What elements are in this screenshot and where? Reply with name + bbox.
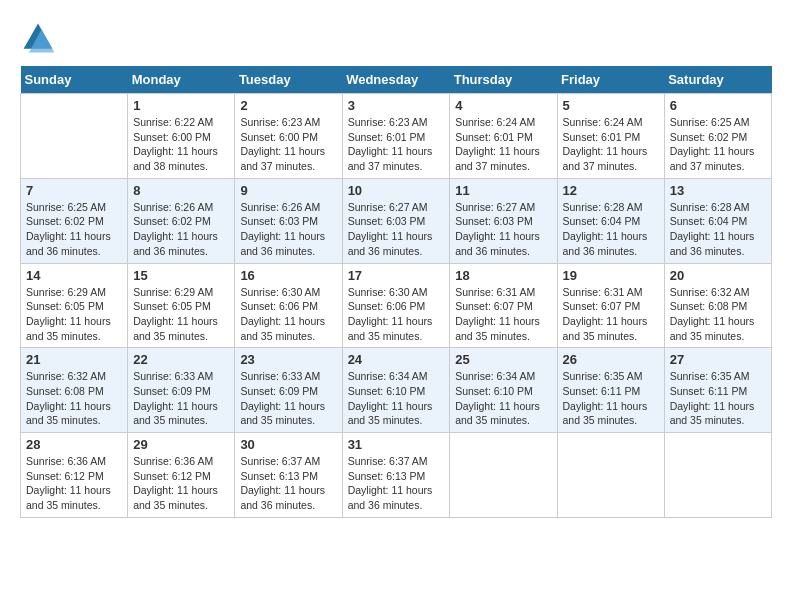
day-number: 13 [670, 183, 766, 198]
day-number: 24 [348, 352, 445, 367]
day-cell: 7Sunrise: 6:25 AMSunset: 6:02 PMDaylight… [21, 178, 128, 263]
weekday-header-row: SundayMondayTuesdayWednesdayThursdayFrid… [21, 66, 772, 94]
day-number: 20 [670, 268, 766, 283]
weekday-header-saturday: Saturday [664, 66, 771, 94]
day-number: 18 [455, 268, 551, 283]
weekday-header-wednesday: Wednesday [342, 66, 450, 94]
day-number: 16 [240, 268, 336, 283]
day-number: 8 [133, 183, 229, 198]
day-number: 17 [348, 268, 445, 283]
day-info: Sunrise: 6:29 AMSunset: 6:05 PMDaylight:… [26, 285, 122, 344]
day-number: 7 [26, 183, 122, 198]
day-cell: 9Sunrise: 6:26 AMSunset: 6:03 PMDaylight… [235, 178, 342, 263]
logo-icon [20, 20, 56, 56]
day-cell: 25Sunrise: 6:34 AMSunset: 6:10 PMDayligh… [450, 348, 557, 433]
week-row-5: 28Sunrise: 6:36 AMSunset: 6:12 PMDayligh… [21, 433, 772, 518]
day-info: Sunrise: 6:33 AMSunset: 6:09 PMDaylight:… [133, 369, 229, 428]
day-number: 30 [240, 437, 336, 452]
weekday-header-sunday: Sunday [21, 66, 128, 94]
day-cell: 1Sunrise: 6:22 AMSunset: 6:00 PMDaylight… [128, 94, 235, 179]
day-info: Sunrise: 6:30 AMSunset: 6:06 PMDaylight:… [240, 285, 336, 344]
day-cell: 18Sunrise: 6:31 AMSunset: 6:07 PMDayligh… [450, 263, 557, 348]
day-cell [21, 94, 128, 179]
weekday-header-thursday: Thursday [450, 66, 557, 94]
day-cell: 27Sunrise: 6:35 AMSunset: 6:11 PMDayligh… [664, 348, 771, 433]
day-cell: 22Sunrise: 6:33 AMSunset: 6:09 PMDayligh… [128, 348, 235, 433]
day-cell: 13Sunrise: 6:28 AMSunset: 6:04 PMDayligh… [664, 178, 771, 263]
day-cell [664, 433, 771, 518]
day-number: 23 [240, 352, 336, 367]
day-cell: 10Sunrise: 6:27 AMSunset: 6:03 PMDayligh… [342, 178, 450, 263]
day-info: Sunrise: 6:37 AMSunset: 6:13 PMDaylight:… [348, 454, 445, 513]
day-info: Sunrise: 6:26 AMSunset: 6:02 PMDaylight:… [133, 200, 229, 259]
day-number: 27 [670, 352, 766, 367]
day-number: 19 [563, 268, 659, 283]
day-number: 5 [563, 98, 659, 113]
day-cell: 24Sunrise: 6:34 AMSunset: 6:10 PMDayligh… [342, 348, 450, 433]
day-cell: 29Sunrise: 6:36 AMSunset: 6:12 PMDayligh… [128, 433, 235, 518]
day-cell: 12Sunrise: 6:28 AMSunset: 6:04 PMDayligh… [557, 178, 664, 263]
day-number: 21 [26, 352, 122, 367]
week-row-1: 1Sunrise: 6:22 AMSunset: 6:00 PMDaylight… [21, 94, 772, 179]
day-cell: 2Sunrise: 6:23 AMSunset: 6:00 PMDaylight… [235, 94, 342, 179]
day-info: Sunrise: 6:27 AMSunset: 6:03 PMDaylight:… [455, 200, 551, 259]
calendar-table: SundayMondayTuesdayWednesdayThursdayFrid… [20, 66, 772, 518]
weekday-header-tuesday: Tuesday [235, 66, 342, 94]
day-info: Sunrise: 6:31 AMSunset: 6:07 PMDaylight:… [455, 285, 551, 344]
day-cell [557, 433, 664, 518]
day-number: 15 [133, 268, 229, 283]
day-info: Sunrise: 6:32 AMSunset: 6:08 PMDaylight:… [670, 285, 766, 344]
day-info: Sunrise: 6:25 AMSunset: 6:02 PMDaylight:… [670, 115, 766, 174]
day-number: 9 [240, 183, 336, 198]
day-info: Sunrise: 6:27 AMSunset: 6:03 PMDaylight:… [348, 200, 445, 259]
day-info: Sunrise: 6:36 AMSunset: 6:12 PMDaylight:… [133, 454, 229, 513]
day-info: Sunrise: 6:22 AMSunset: 6:00 PMDaylight:… [133, 115, 229, 174]
day-info: Sunrise: 6:28 AMSunset: 6:04 PMDaylight:… [563, 200, 659, 259]
day-info: Sunrise: 6:32 AMSunset: 6:08 PMDaylight:… [26, 369, 122, 428]
week-row-2: 7Sunrise: 6:25 AMSunset: 6:02 PMDaylight… [21, 178, 772, 263]
weekday-header-monday: Monday [128, 66, 235, 94]
day-info: Sunrise: 6:35 AMSunset: 6:11 PMDaylight:… [670, 369, 766, 428]
day-cell: 3Sunrise: 6:23 AMSunset: 6:01 PMDaylight… [342, 94, 450, 179]
day-cell: 20Sunrise: 6:32 AMSunset: 6:08 PMDayligh… [664, 263, 771, 348]
day-number: 6 [670, 98, 766, 113]
day-info: Sunrise: 6:33 AMSunset: 6:09 PMDaylight:… [240, 369, 336, 428]
day-info: Sunrise: 6:31 AMSunset: 6:07 PMDaylight:… [563, 285, 659, 344]
day-number: 3 [348, 98, 445, 113]
day-cell [450, 433, 557, 518]
day-info: Sunrise: 6:34 AMSunset: 6:10 PMDaylight:… [455, 369, 551, 428]
day-number: 10 [348, 183, 445, 198]
day-number: 25 [455, 352, 551, 367]
day-number: 14 [26, 268, 122, 283]
day-cell: 23Sunrise: 6:33 AMSunset: 6:09 PMDayligh… [235, 348, 342, 433]
day-cell: 21Sunrise: 6:32 AMSunset: 6:08 PMDayligh… [21, 348, 128, 433]
day-number: 1 [133, 98, 229, 113]
day-cell: 26Sunrise: 6:35 AMSunset: 6:11 PMDayligh… [557, 348, 664, 433]
day-cell: 4Sunrise: 6:24 AMSunset: 6:01 PMDaylight… [450, 94, 557, 179]
day-number: 11 [455, 183, 551, 198]
day-info: Sunrise: 6:37 AMSunset: 6:13 PMDaylight:… [240, 454, 336, 513]
day-info: Sunrise: 6:28 AMSunset: 6:04 PMDaylight:… [670, 200, 766, 259]
day-info: Sunrise: 6:23 AMSunset: 6:01 PMDaylight:… [348, 115, 445, 174]
day-cell: 6Sunrise: 6:25 AMSunset: 6:02 PMDaylight… [664, 94, 771, 179]
day-number: 26 [563, 352, 659, 367]
day-number: 29 [133, 437, 229, 452]
day-cell: 28Sunrise: 6:36 AMSunset: 6:12 PMDayligh… [21, 433, 128, 518]
day-cell: 11Sunrise: 6:27 AMSunset: 6:03 PMDayligh… [450, 178, 557, 263]
day-info: Sunrise: 6:36 AMSunset: 6:12 PMDaylight:… [26, 454, 122, 513]
logo [20, 20, 58, 56]
day-cell: 5Sunrise: 6:24 AMSunset: 6:01 PMDaylight… [557, 94, 664, 179]
header [20, 20, 772, 56]
day-info: Sunrise: 6:26 AMSunset: 6:03 PMDaylight:… [240, 200, 336, 259]
day-number: 31 [348, 437, 445, 452]
day-cell: 30Sunrise: 6:37 AMSunset: 6:13 PMDayligh… [235, 433, 342, 518]
day-number: 12 [563, 183, 659, 198]
weekday-header-friday: Friday [557, 66, 664, 94]
day-info: Sunrise: 6:25 AMSunset: 6:02 PMDaylight:… [26, 200, 122, 259]
day-cell: 15Sunrise: 6:29 AMSunset: 6:05 PMDayligh… [128, 263, 235, 348]
day-info: Sunrise: 6:23 AMSunset: 6:00 PMDaylight:… [240, 115, 336, 174]
day-number: 4 [455, 98, 551, 113]
day-number: 22 [133, 352, 229, 367]
day-cell: 14Sunrise: 6:29 AMSunset: 6:05 PMDayligh… [21, 263, 128, 348]
day-info: Sunrise: 6:30 AMSunset: 6:06 PMDaylight:… [348, 285, 445, 344]
